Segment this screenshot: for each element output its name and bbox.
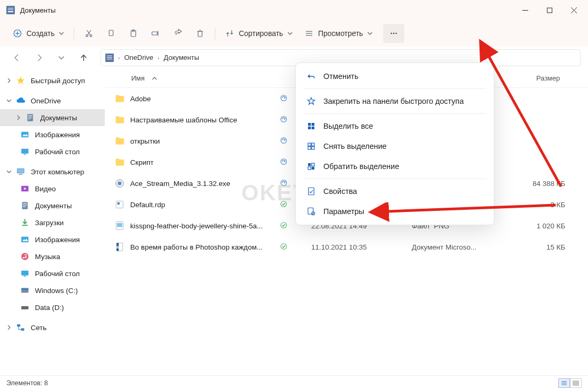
- sidebar-item-quick-access[interactable]: Быстрый доступ: [0, 72, 105, 89]
- svg-rect-45: [21, 237, 29, 243]
- sidebar-item-documents[interactable]: Документы: [0, 109, 105, 126]
- sort-icon: [225, 29, 234, 38]
- svg-rect-11: [109, 30, 113, 36]
- sidebar-item-ddrive[interactable]: Data (D:): [0, 299, 105, 316]
- sidebar-item-images2[interactable]: Изображения: [0, 231, 105, 248]
- sidebar-item-label: Документы: [35, 202, 72, 210]
- ctx-select-none[interactable]: Снять выделение: [299, 136, 491, 156]
- delete-button[interactable]: [189, 24, 211, 43]
- ctx-label: Параметры: [323, 207, 364, 216]
- desktop-icon: [20, 269, 30, 278]
- close-button[interactable]: [562, 2, 586, 19]
- column-header-name[interactable]: Имя: [105, 74, 279, 82]
- sidebar-item-label: Windows (C:): [35, 287, 78, 295]
- svg-rect-52: [21, 290, 29, 293]
- sidebar-item-label: Загрузки: [35, 219, 64, 227]
- sidebar-item-images[interactable]: Изображения: [0, 126, 105, 143]
- file-status: [279, 242, 311, 252]
- svg-rect-50: [21, 271, 29, 276]
- new-button[interactable]: Создать: [7, 24, 69, 43]
- details-view-button[interactable]: [558, 378, 570, 388]
- chevron-down-icon[interactable]: [5, 97, 13, 104]
- ctx-invert-selection[interactable]: Обратить выделение: [299, 156, 491, 176]
- sidebar-item-desktop[interactable]: Рабочий стол: [0, 143, 105, 160]
- sidebar-item-thispc[interactable]: Этот компьютер: [0, 163, 105, 180]
- sidebar-item-label: Изображения: [35, 131, 80, 139]
- svg-point-49: [25, 256, 26, 258]
- minimize-button[interactable]: [513, 2, 537, 19]
- sidebar-item-network[interactable]: Сеть: [0, 319, 105, 336]
- svg-point-62: [281, 158, 287, 164]
- svg-rect-37: [19, 174, 22, 175]
- share-button[interactable]: [167, 24, 188, 43]
- sidebar-item-documents2[interactable]: Документы: [0, 197, 105, 214]
- column-header-size[interactable]: Размер: [507, 74, 565, 82]
- view-label: Просмотреть: [318, 29, 363, 38]
- breadcrumb-onedrive[interactable]: OneDrive: [124, 54, 153, 61]
- plus-circle-icon: [13, 29, 22, 38]
- images-icon: [20, 130, 30, 139]
- ctx-properties[interactable]: Свойства: [299, 181, 491, 201]
- copy-button[interactable]: [101, 24, 122, 43]
- sidebar-item-desktop2[interactable]: Рабочий стол: [0, 265, 105, 282]
- svg-rect-96: [309, 188, 314, 195]
- paste-button[interactable]: [123, 24, 144, 43]
- sidebar-item-label: Сеть: [31, 324, 47, 332]
- file-row[interactable]: WВо время работы в Photoshop каждом...11…: [105, 236, 588, 258]
- view-button[interactable]: Просмотреть: [299, 24, 378, 43]
- ctx-pin[interactable]: Закрепить на панели быстрого доступа: [299, 91, 491, 111]
- select-all-icon: [306, 121, 316, 131]
- more-button[interactable]: [383, 24, 404, 43]
- share-icon: [173, 29, 183, 38]
- sidebar-item-downloads[interactable]: Загрузки: [0, 214, 105, 231]
- chevron-right-icon[interactable]: [15, 114, 22, 121]
- desktop-icon: [20, 147, 30, 156]
- svg-rect-70: [117, 223, 122, 227]
- svg-point-24: [395, 33, 396, 34]
- svg-point-59: [281, 95, 287, 101]
- ctx-options[interactable]: Параметры: [299, 201, 491, 221]
- sort-button[interactable]: Сортировать: [220, 24, 298, 43]
- svg-text:W: W: [116, 245, 120, 249]
- file-name: открытки: [130, 137, 160, 145]
- chevron-right-icon[interactable]: [5, 324, 13, 331]
- sidebar-item-onedrive[interactable]: OneDrive: [0, 92, 105, 109]
- up-button[interactable]: [74, 49, 93, 66]
- view-icon: [304, 29, 314, 38]
- svg-marker-83: [307, 98, 315, 104]
- maximize-button[interactable]: [537, 2, 562, 19]
- chevron-right-icon[interactable]: [5, 77, 13, 84]
- svg-point-64: [118, 182, 122, 185]
- pc-icon: [16, 167, 25, 176]
- images-icon: [20, 235, 30, 244]
- sidebar-item-music[interactable]: Музыка: [0, 248, 105, 265]
- select-none-icon: [306, 141, 316, 151]
- back-button[interactable]: [7, 49, 26, 66]
- rename-button[interactable]: [145, 24, 166, 43]
- recent-dropdown[interactable]: [52, 49, 71, 66]
- file-name: Default.rdp: [130, 201, 165, 209]
- view-mode-buttons: [558, 378, 582, 388]
- ctx-undo[interactable]: Отменить: [299, 66, 491, 86]
- svg-rect-1: [547, 8, 552, 13]
- sidebar-item-videos[interactable]: Видео: [0, 180, 105, 197]
- sidebar-item-cdrive[interactable]: Windows (C:): [0, 282, 105, 299]
- context-menu: Отменить Закрепить на панели быстрого до…: [295, 63, 494, 225]
- chevron-down-icon[interactable]: [5, 168, 13, 175]
- chevron-right-icon: ›: [118, 55, 120, 61]
- svg-rect-81: [573, 384, 575, 385]
- svg-marker-26: [17, 77, 25, 84]
- options-icon: [306, 207, 316, 216]
- documents-icon: [25, 113, 35, 122]
- breadcrumb-documents[interactable]: Документы: [164, 54, 199, 61]
- svg-rect-95: [312, 167, 314, 170]
- ctx-select-all[interactable]: Выделить все: [299, 116, 491, 136]
- svg-rect-34: [24, 154, 26, 155]
- svg-rect-97: [308, 208, 313, 214]
- icons-view-button[interactable]: [570, 378, 582, 388]
- svg-rect-87: [312, 127, 314, 129]
- forward-button[interactable]: [30, 49, 49, 66]
- svg-rect-27: [28, 114, 33, 121]
- svg-point-99: [313, 213, 314, 214]
- cut-button[interactable]: [78, 24, 99, 43]
